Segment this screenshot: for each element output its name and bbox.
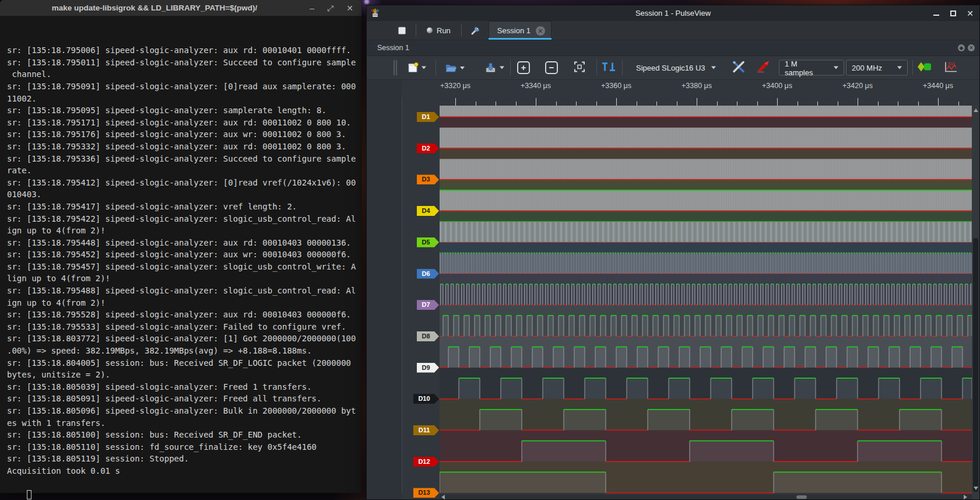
horizontal-scrollbar-thumb[interactable] — [796, 495, 807, 499]
device-dropdown-arrow-icon — [711, 67, 716, 69]
terminal-titlebar[interactable]: make update-libsigrok && LD_LIBRARY_PATH… — [0, 0, 361, 16]
terminal-log-line: sr: [135:18.795091] sipeed-slogic-analyz… — [7, 81, 361, 93]
sample-rate-select[interactable]: 200 MHz — [846, 60, 908, 76]
pulseview-maximize-icon[interactable] — [950, 10, 957, 17]
time-ruler[interactable]: +3320 μs+3340 μs+3360 μs+3380 μs+3400 μs… — [367, 80, 979, 106]
channel-tag-d3[interactable]: D3 — [417, 174, 439, 184]
terminal-log-line: sr: [135:18.795448] sipeed-slogic-analyz… — [7, 237, 361, 249]
terminal-log-line: sr: [135:18.803772] sipeed-slogic-analyz… — [7, 333, 361, 345]
terminal-log-line: sr: [135:18.795006] sipeed-slogic-analyz… — [7, 44, 361, 57]
terminal-log-line: ign up to 4(from 2)! — [7, 297, 361, 309]
channel-tag-d11[interactable]: D11 — [413, 425, 439, 435]
zoom-in-button[interactable]: + — [517, 61, 530, 74]
open-folder-icon — [445, 62, 457, 73]
channel-tag-d8[interactable]: D8 — [417, 331, 439, 341]
run-button-label: Run — [437, 26, 451, 35]
waveform-canvas[interactable] — [440, 106, 972, 499]
separator — [435, 60, 436, 75]
ruler-minor-tick — [677, 102, 677, 106]
terminal-log-line: sr: [135:18.805039] sipeed-slogic-analyz… — [7, 381, 361, 393]
session-dock-header[interactable]: Session 1 ◆ ✕ — [367, 40, 979, 56]
ruler-label: +3340 μs — [521, 82, 551, 90]
terminal-close-icon[interactable]: ✕ — [346, 4, 353, 12]
ruler-minor-tick — [576, 102, 577, 106]
channel-tag-d13[interactable]: D13 — [413, 488, 439, 498]
open-button[interactable] — [445, 62, 465, 73]
session-settings-wrench-icon[interactable] — [470, 25, 482, 36]
channel-tag-d7[interactable]: D7 — [417, 300, 439, 310]
channel-tag-d12[interactable]: D12 — [413, 457, 439, 467]
ruler-minor-tick — [737, 102, 737, 106]
scroll-up-arrow-icon[interactable] — [974, 109, 978, 112]
terminal-log-line: sr: [135:18.804005] session: bus: Receiv… — [7, 357, 361, 369]
ruler-minor-tick — [516, 102, 517, 106]
terminal-log-line: sr: [135:18.795457] sipeed-slogic-analyz… — [7, 261, 361, 273]
vertical-scrollbar[interactable] — [972, 106, 979, 499]
new-dropdown-arrow-icon[interactable] — [421, 67, 426, 69]
zoom-out-button[interactable]: − — [545, 61, 558, 74]
terminal-log-line: sr: [135:18.795412] sipeed-slogic-analyz… — [7, 177, 361, 189]
pulseview-minimize-icon[interactable] — [933, 10, 940, 17]
terminal-log-line: 010403. — [7, 188, 361, 201]
terminal-log-line: es with 1 transfers. — [7, 417, 361, 429]
pulseview-titlebar[interactable]: Session 1 - PulseView ✕ — [367, 5, 979, 21]
terminal-cursor — [27, 490, 31, 499]
channel-tag-d6[interactable]: D6 — [417, 269, 439, 279]
zoom-fit-button[interactable] — [573, 61, 586, 75]
channel-tag-d4[interactable]: D4 — [417, 206, 439, 216]
new-session-button[interactable] — [408, 62, 426, 74]
vertical-scrollbar-thumb[interactable] — [973, 238, 978, 492]
sample-count-value: 1 M samples — [785, 59, 826, 76]
main-toolbar: + − Sipeed SLogic16 U3 — [367, 56, 979, 80]
session-tab-bar: Run Session 1 ✕ — [367, 21, 979, 40]
add-decoder-button[interactable] — [917, 61, 932, 75]
scroll-left-arrow-icon[interactable] — [441, 495, 445, 499]
sample-rate-arrow-icon — [897, 67, 902, 69]
terminal-log-line: rate. — [7, 165, 361, 177]
dock-close-icon[interactable]: ✕ — [968, 44, 975, 51]
run-button[interactable]: Run — [427, 26, 451, 35]
configure-device-button[interactable] — [732, 60, 746, 76]
terminal-log-line: ign up to 4(from 2)! — [7, 225, 361, 237]
trigger-icon — [601, 62, 616, 72]
tab-close-icon[interactable]: ✕ — [536, 26, 545, 36]
ruler-major-tick — [536, 98, 536, 106]
scroll-right-arrow-icon[interactable] — [964, 495, 967, 499]
ruler-label: +3360 μs — [601, 82, 631, 90]
horizontal-scrollbar[interactable] — [440, 495, 972, 499]
pulseview-close-icon[interactable]: ✕ — [967, 10, 974, 17]
terminal-window: make update-libsigrok && LD_LIBRARY_PATH… — [0, 0, 361, 493]
channel-tag-d1[interactable]: D1 — [417, 112, 439, 122]
channel-tag-d2[interactable]: D2 — [417, 144, 439, 153]
dock-float-icon[interactable]: ◆ — [958, 44, 965, 51]
open-dropdown-arrow-icon[interactable] — [460, 67, 465, 69]
save-dropdown-arrow-icon[interactable] — [500, 67, 504, 69]
trigger-settings-button[interactable] — [601, 62, 616, 74]
add-math-signal-button[interactable]: f(x) — [944, 61, 958, 75]
ruler-minor-tick — [637, 102, 637, 106]
toolbar-grip[interactable] — [394, 60, 397, 75]
sample-count-arrow-icon — [834, 67, 838, 69]
terminal-log-line: sr: [135:18.805091] sipeed-slogic-analyz… — [7, 393, 361, 405]
terminal-log-lines: sr: [135:18.795006] sipeed-slogic-analyz… — [7, 44, 361, 477]
device-selector-value: Sipeed SLogic16 U3 — [636, 64, 705, 72]
scroll-down-arrow-icon[interactable] — [974, 487, 978, 490]
trace-view[interactable]: +3320 μs+3340 μs+3360 μs+3380 μs+3400 μs… — [367, 80, 979, 499]
channel-tag-d10[interactable]: D10 — [413, 394, 439, 404]
stop-button[interactable] — [398, 27, 406, 34]
save-button[interactable] — [484, 62, 504, 74]
terminal-log-line: 11002. — [7, 93, 361, 105]
channel-tag-d9[interactable]: D9 — [417, 363, 439, 373]
terminal-output[interactable]: sr: [135:18.795006] sipeed-slogic-analyz… — [0, 16, 361, 500]
device-selector[interactable]: Sipeed SLogic16 U3 — [636, 64, 716, 72]
channels-button[interactable] — [756, 61, 770, 75]
tab-session-1[interactable]: Session 1 ✕ — [489, 21, 552, 40]
ruler-minor-tick — [918, 102, 919, 106]
terminal-minimize-icon[interactable]: – — [310, 4, 314, 12]
sample-count-select[interactable]: 1 M samples — [779, 60, 844, 76]
terminal-maximize-icon[interactable]: ⤢ — [327, 4, 333, 12]
terminal-log-line: sr: [135:18.795095] sipeed-slogic-analyz… — [7, 104, 361, 117]
ruler-label: +3380 μs — [682, 82, 712, 90]
new-file-icon — [408, 62, 419, 74]
channel-tag-d5[interactable]: D5 — [417, 237, 439, 247]
